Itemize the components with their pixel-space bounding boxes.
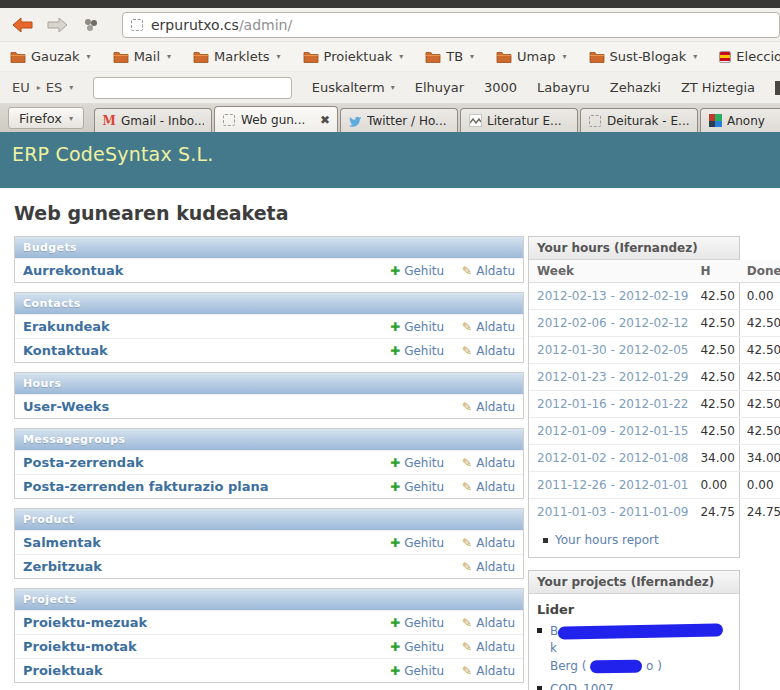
change-link[interactable]: ✎Aldatu — [462, 264, 515, 278]
change-label: Aldatu — [476, 560, 515, 574]
week-link[interactable]: 2012-01-30 - 2012-02-05 — [537, 343, 688, 357]
url-bar[interactable]: erpurutxo.cs/admin/ — [122, 12, 780, 38]
tab-gmail-inbo-[interactable]: MGmail - Inbo... — [94, 108, 212, 132]
week-link[interactable]: 2012-01-23 - 2012-01-29 — [537, 370, 688, 384]
week-link[interactable]: 2012-01-09 - 2012-01-15 — [537, 424, 688, 438]
bookmark-item-mail[interactable]: Mail▾ — [113, 49, 171, 64]
add-plus-icon: ✚ — [390, 617, 400, 629]
bookmark-item-proiektuak[interactable]: Proiektuak▾ — [303, 49, 404, 64]
week-link[interactable]: 2012-01-16 - 2012-01-22 — [537, 397, 688, 411]
shield-icon — [719, 51, 731, 63]
quick-search-input[interactable] — [93, 77, 291, 99]
quick-link-elhuyar[interactable]: Elhuyar — [415, 80, 464, 95]
quick-link-labayru[interactable]: Labayru — [537, 80, 590, 95]
pencil-icon: ✎ — [462, 665, 472, 677]
model-link-aurrekontuak[interactable]: Aurrekontuak — [23, 263, 123, 278]
change-link[interactable]: ✎Aldatu — [462, 616, 515, 630]
model-link-proiektu-motak[interactable]: Proiektu-motak — [23, 639, 137, 654]
week-link[interactable]: 2012-02-13 - 2012-02-19 — [537, 289, 688, 303]
tab-anony[interactable]: Anony — [700, 108, 780, 132]
your-hours-report-link[interactable]: Your hours report — [555, 533, 659, 547]
add-link[interactable]: ✚Gehitu — [390, 616, 444, 630]
quick-link-label: Elhuyar — [415, 80, 464, 95]
quick-link-label: ZT Hiztegia — [681, 80, 755, 95]
week-link[interactable]: 2011-01-03 - 2011-01-09 — [537, 505, 688, 519]
model-link-erakundeak[interactable]: Erakundeak — [23, 319, 110, 334]
firefox-menu-button[interactable]: Firefox ▾ — [8, 107, 84, 129]
change-link[interactable]: ✎Aldatu — [462, 480, 515, 494]
quick-link-zt-hiztegia[interactable]: ZT Hiztegia — [681, 80, 755, 95]
tab-close-icon[interactable]: ✖ — [320, 113, 330, 127]
add-plus-icon: ✚ — [390, 345, 400, 357]
change-link[interactable]: ✎Aldatu — [462, 560, 515, 574]
project-link[interactable]: COD_1007 — [550, 682, 614, 690]
model-actions: ✚Gehitu✎Aldatu — [390, 640, 515, 654]
hours-cell: 42.50 — [692, 337, 738, 364]
bookmark-item-elecciones-ge[interactable]: Elecciones Ge — [719, 49, 780, 64]
quick-link-euskalterm[interactable]: Euskalterm▾ — [312, 80, 395, 95]
chevron-down-icon: ▾ — [399, 52, 403, 61]
change-link[interactable]: ✎Aldatu — [462, 664, 515, 678]
app-module-contacts: ContactsErakundeak✚Gehitu✎AldatuKontaktu… — [14, 292, 524, 363]
quick-link-zehazki[interactable]: Zehazki — [610, 80, 661, 95]
done-cell: 0.00 — [739, 472, 780, 499]
bookmark-item-sust-blogak[interactable]: Sust-Blogak▾ — [589, 49, 698, 64]
tab-twitter-ho-[interactable]: Twitter / Ho... — [340, 108, 458, 132]
week-link[interactable]: 2012-01-02 - 2012-01-08 — [537, 451, 688, 465]
add-link[interactable]: ✚Gehitu — [390, 344, 444, 358]
week-link[interactable]: 2011-12-26 - 2012-01-01 — [537, 478, 688, 492]
bookmark-item-marklets[interactable]: Marklets▾ — [193, 49, 281, 64]
tab-web-gun-[interactable]: Web gun...✖ — [214, 106, 338, 132]
back-button[interactable] — [10, 12, 36, 38]
tab-literatur-e-[interactable]: Literatur E... — [460, 108, 578, 132]
model-link-salmentak[interactable]: Salmentak — [23, 535, 101, 550]
bookmark-item-gauzak[interactable]: Gauzak▾ — [10, 49, 91, 64]
model-actions: ✎Aldatu — [462, 560, 515, 574]
pencil-icon: ✎ — [462, 537, 472, 549]
add-link[interactable]: ✚Gehitu — [390, 536, 444, 550]
model-link-user-weeks[interactable]: User-Weeks — [23, 399, 109, 414]
model-link-zerbitzuak[interactable]: Zerbitzuak — [23, 559, 102, 574]
change-link[interactable]: ✎Aldatu — [462, 400, 515, 414]
add-link[interactable]: ✚Gehitu — [390, 456, 444, 470]
change-link[interactable]: ✎Aldatu — [462, 640, 515, 654]
chevron-down-icon: ▾ — [87, 52, 91, 61]
window-titlebar-strip — [0, 0, 780, 8]
change-link[interactable]: ✎Aldatu — [462, 536, 515, 550]
bookmark-item-umap[interactable]: Umap▾ — [496, 49, 566, 64]
hours-cell: 42.50 — [692, 283, 738, 310]
add-link[interactable]: ✚Gehitu — [390, 640, 444, 654]
change-label: Aldatu — [476, 456, 515, 470]
add-label: Gehitu — [404, 456, 444, 470]
add-link[interactable]: ✚Gehitu — [390, 480, 444, 494]
add-link[interactable]: ✚Gehitu — [390, 320, 444, 334]
model-actions: ✚Gehitu✎Aldatu — [390, 616, 515, 630]
model-actions: ✚Gehitu✎Aldatu — [390, 664, 515, 678]
bookmark-item-tb[interactable]: TB▾ — [425, 49, 474, 64]
language-switch-bookmarklet[interactable]: EU ▸ ES ▾ — [12, 80, 73, 95]
add-link[interactable]: ✚Gehitu — [390, 264, 444, 278]
model-link-kontaktuak[interactable]: Kontaktuak — [23, 343, 108, 358]
your-projects-caption: Your projects (Ifernandez) — [529, 571, 739, 594]
forward-button[interactable] — [44, 12, 70, 38]
tab-deiturak-e-[interactable]: Deiturak - E... — [580, 108, 698, 132]
quick-links-group: Euskalterm▾Elhuyar3000LabayruZehazkiZT H… — [312, 80, 755, 95]
model-link-posta-zerrendak[interactable]: Posta-zerrendak — [23, 455, 144, 470]
add-link[interactable]: ✚Gehitu — [390, 664, 444, 678]
model-link-proiektuak[interactable]: Proiektuak — [23, 663, 103, 678]
change-link[interactable]: ✎Aldatu — [462, 320, 515, 334]
change-link[interactable]: ✎Aldatu — [462, 344, 515, 358]
share-cluster-button[interactable] — [78, 12, 104, 38]
add-label: Gehitu — [404, 320, 444, 334]
model-link-posta-zerrenden-fakturazio-plana[interactable]: Posta-zerrenden fakturazio plana — [23, 479, 269, 494]
week-link[interactable]: 2012-02-06 - 2012-02-12 — [537, 316, 688, 330]
model-link-proiektu-mezuak[interactable]: Proiektu-mezuak — [23, 615, 147, 630]
change-link[interactable]: ✎Aldatu — [462, 456, 515, 470]
page-title: Web gunearen kudeaketa — [14, 202, 766, 224]
quick-link-3000[interactable]: 3000 — [484, 80, 517, 95]
pencil-icon: ✎ — [462, 265, 472, 277]
pencil-icon: ✎ — [462, 561, 472, 573]
project-link[interactable]: B — [550, 624, 558, 638]
lang-to: ES — [46, 80, 62, 95]
folder-icon — [10, 50, 26, 63]
